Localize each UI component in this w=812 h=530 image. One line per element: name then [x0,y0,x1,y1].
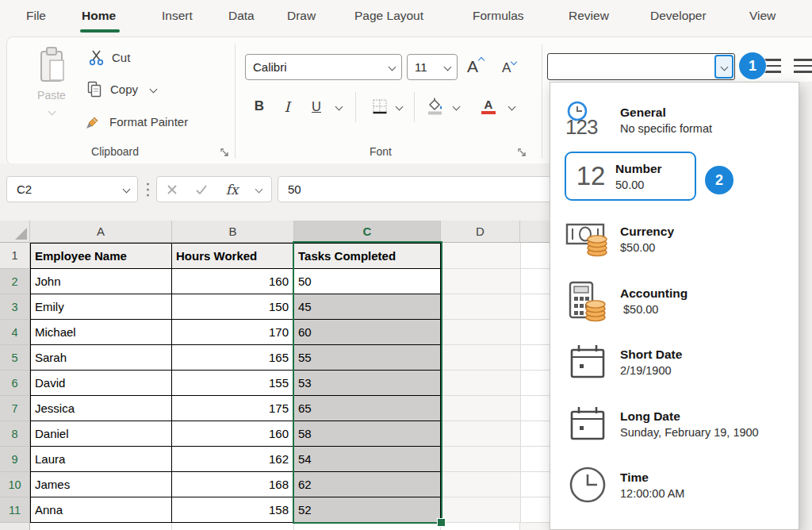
cell-c10[interactable]: 62 [294,472,441,497]
copy-button[interactable]: Copy [87,81,156,98]
tab-developer[interactable]: Developer [650,9,707,23]
number-format-dropdown-arrow[interactable] [714,55,733,79]
enter-check-icon[interactable] [195,184,208,195]
row-header[interactable]: 8 [0,421,30,447]
cell-c2-active[interactable]: 50 [294,269,441,294]
row-header[interactable]: 11 [0,497,30,523]
cell-c1[interactable]: Tasks Completed [294,243,441,269]
cell-c6[interactable]: 53 [294,371,441,396]
align-lines-icon[interactable] [794,59,812,77]
cell-b6[interactable]: 155 [172,371,294,396]
cell-b10[interactable]: 168 [172,472,294,497]
cell-d7[interactable] [441,396,521,421]
row-header[interactable]: 7 [0,396,30,421]
grow-font-button[interactable]: A [467,57,483,76]
tab-formulas[interactable]: Formulas [473,9,524,23]
column-header-a[interactable]: A [30,221,172,243]
cell-c11[interactable]: 52 [294,497,441,523]
row-header[interactable]: 9 [0,447,30,472]
cell-a11[interactable]: Anna [30,497,172,523]
clipboard-dialog-launcher[interactable] [220,148,230,158]
font-size-combo[interactable]: 11 [407,54,458,80]
fill-color-button[interactable] [425,95,444,117]
number-format-combo[interactable] [547,53,735,80]
cell-d5[interactable] [441,345,521,371]
cell-b8[interactable]: 160 [172,421,294,447]
cell-b2[interactable]: 160 [172,269,294,294]
format-option-general[interactable]: 123 General No specific format [555,92,793,148]
cell-c5[interactable]: 55 [294,345,441,371]
underline-button[interactable]: U [308,95,325,117]
font-name-combo[interactable]: Calibri [245,54,402,80]
tab-file[interactable]: File [26,9,46,23]
cell-d6[interactable] [441,371,521,396]
format-option-long-date[interactable]: Long Date Sunday, February 19, 1900 [555,396,793,451]
format-option-short-date[interactable]: Short Date 2/19/1900 [555,334,793,390]
font-color-button[interactable]: A [481,95,496,117]
cell-b1[interactable]: Hours Worked [172,243,294,269]
format-option-time[interactable]: Time 12:00:00 AM [555,457,793,513]
cell-a3[interactable]: Emily [30,294,172,320]
cell-d11[interactable] [441,497,521,523]
borders-button[interactable] [371,95,389,117]
cell-c8[interactable]: 58 [294,421,441,447]
cut-button[interactable]: Cut [89,49,130,66]
cell-b5[interactable]: 165 [172,345,294,371]
cell-b7[interactable]: 175 [172,396,294,421]
select-all-corner[interactable] [0,221,30,243]
cell-a10[interactable]: James [30,472,172,497]
cell-b9[interactable]: 162 [172,447,294,472]
row-header[interactable]: 1 [0,243,30,269]
tab-review[interactable]: Review [569,9,609,23]
cell-c7[interactable]: 65 [294,396,441,421]
cell-a6[interactable]: David [30,371,172,396]
cell-d10[interactable] [441,472,521,497]
format-option-accounting[interactable]: Accounting $50.00 [555,273,793,328]
cell-a5[interactable]: Sarah [30,345,172,371]
italic-button[interactable]: I [279,95,295,117]
cell-a7[interactable]: Jessica [30,396,172,421]
cell-d9[interactable] [441,447,521,472]
column-header-b[interactable]: B [172,221,294,243]
cell-d2[interactable] [441,269,521,294]
cell-a1[interactable]: Employee Name [30,243,172,269]
cell-b4[interactable]: 170 [172,320,294,345]
column-header-c-selected[interactable]: C [294,221,441,243]
format-option-currency[interactable]: Currency $50.00 [555,211,793,267]
cell-d8[interactable] [441,421,521,447]
tab-data[interactable]: Data [228,9,255,23]
tab-draw[interactable]: Draw [287,9,316,23]
row-header[interactable]: 4 [0,320,30,345]
fill-handle[interactable] [437,518,446,527]
cell-c4[interactable]: 60 [294,320,441,345]
cell-a9[interactable]: Laura [30,447,172,472]
row-header[interactable]: 5 [0,345,30,371]
shrink-font-button[interactable]: A [502,60,515,76]
cell-a2[interactable]: John [30,269,172,294]
cell-b3[interactable]: 150 [172,294,294,320]
tab-home[interactable]: Home [82,9,116,23]
row-header[interactable]: 6 [0,371,30,396]
cell-a8[interactable]: Daniel [30,421,172,447]
row-header[interactable]: 10 [0,472,30,497]
cell-c9[interactable]: 54 [294,447,441,472]
format-option-number-selected[interactable]: 12 Number 50.00 [565,152,696,201]
tab-page-layout[interactable]: Page Layout [354,9,423,23]
drag-dots-icon[interactable] [146,182,150,198]
tab-view[interactable]: View [749,9,776,23]
cell-d4[interactable] [441,320,521,345]
tab-insert[interactable]: Insert [162,9,193,23]
row-header[interactable]: 3 [0,294,30,320]
cell-c3[interactable]: 45 [294,294,441,320]
insert-function-button[interactable]: fx [226,182,239,198]
column-header-d[interactable]: D [441,221,520,243]
row-header[interactable]: 2 [0,269,30,294]
cell-d3[interactable] [441,294,521,320]
cell-a4[interactable]: Michael [30,320,172,345]
cell-b11[interactable]: 158 [172,497,294,523]
font-dialog-launcher[interactable] [517,148,527,158]
cell-d1[interactable] [441,243,521,269]
bold-button[interactable]: B [249,95,270,117]
paste-button[interactable]: Paste [29,46,75,141]
cancel-icon[interactable] [167,184,178,195]
